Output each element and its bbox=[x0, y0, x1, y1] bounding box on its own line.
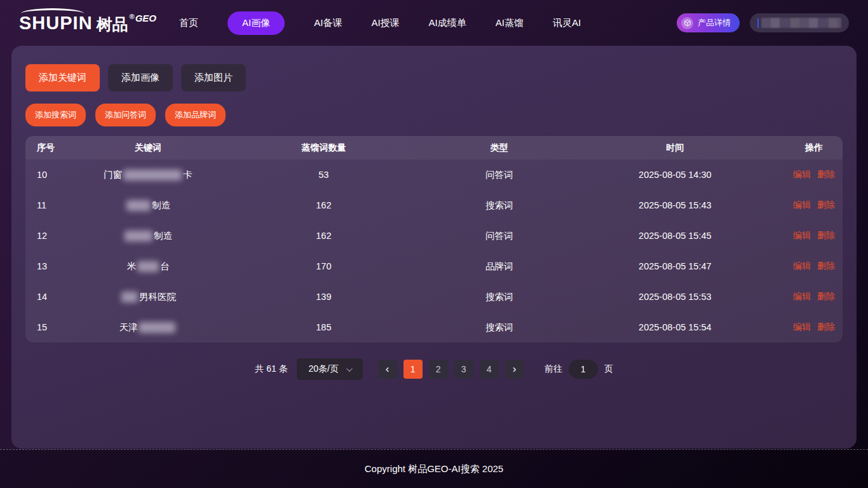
logo-text-en: SHUPIN bbox=[19, 14, 93, 32]
logo-geo-label: GEO bbox=[135, 13, 156, 24]
add-word-button-2[interactable]: 添加问答词 bbox=[95, 104, 156, 126]
product-detail-label: 产品详情 bbox=[698, 17, 731, 29]
row-time: 2025-08-05 15:43 bbox=[565, 200, 785, 210]
copyright-text: Copyright 树品GEO-AI搜索 2025 bbox=[365, 463, 503, 475]
row-index: 15 bbox=[25, 322, 83, 332]
nav-item-7[interactable]: 讯灵AI bbox=[553, 17, 581, 29]
pagination-bar: 共 61 条 20条/页 ‹ 1234 › 前往 页 bbox=[25, 358, 843, 380]
row-type: 搜索词 bbox=[434, 200, 565, 212]
keywords-table: 序号关键词蒸馏词数量类型时间操作 10门窗卡53问答词2025-08-05 14… bbox=[25, 136, 843, 342]
table-header-row: 序号关键词蒸馏词数量类型时间操作 bbox=[25, 136, 843, 159]
row-type: 问答词 bbox=[434, 169, 565, 181]
nav-item-6[interactable]: AI蒸馏 bbox=[496, 17, 524, 29]
add-button-3[interactable]: 添加图片 bbox=[181, 64, 246, 92]
page-size-select[interactable]: 20条/页 bbox=[297, 358, 363, 380]
row-time: 2025-08-05 14:30 bbox=[565, 170, 785, 180]
nav-item-5[interactable]: AI成绩单 bbox=[429, 17, 466, 29]
row-index: 10 bbox=[25, 170, 83, 180]
row-type: 问答词 bbox=[434, 230, 565, 242]
add-word-button-1[interactable]: 添加搜索词 bbox=[25, 104, 86, 126]
content-panel: 添加关键词添加画像添加图片 添加搜索词添加问答词添加品牌词 序号关键词蒸馏词数量… bbox=[11, 46, 857, 449]
row-keyword: 天津 bbox=[83, 322, 214, 334]
delete-link[interactable]: 删除 bbox=[817, 322, 835, 332]
edit-link[interactable]: 编辑 bbox=[793, 322, 811, 332]
edit-link[interactable]: 编辑 bbox=[793, 230, 811, 240]
redacted-keyword-segment bbox=[137, 261, 159, 272]
goto-page-input[interactable] bbox=[569, 360, 598, 379]
keyword-text: 制造 bbox=[154, 231, 172, 241]
table-row: 13米台170品牌词2025-08-05 15:47编辑删除 bbox=[25, 251, 843, 281]
row-time: 2025-08-05 15:54 bbox=[565, 322, 785, 332]
edit-link[interactable]: 编辑 bbox=[793, 291, 811, 301]
keyword-text: 卡 bbox=[183, 170, 193, 180]
row-count: 162 bbox=[214, 200, 434, 210]
redacted-user-info bbox=[761, 18, 841, 28]
redacted-keyword-segment bbox=[125, 231, 153, 241]
total-count-label: 共 61 条 bbox=[255, 363, 287, 375]
page-button-4[interactable]: 4 bbox=[480, 360, 499, 379]
text-cursor bbox=[757, 18, 759, 28]
row-actions: 编辑删除 bbox=[785, 291, 843, 302]
row-actions: 编辑删除 bbox=[785, 200, 843, 211]
delete-link[interactable]: 删除 bbox=[817, 169, 835, 179]
product-detail-button[interactable]: 产品详情 bbox=[677, 13, 740, 32]
table-row: 10门窗卡53问答词2025-08-05 14:30编辑删除 bbox=[25, 159, 843, 190]
chevron-right-icon: › bbox=[513, 363, 517, 376]
add-button-2[interactable]: 添加画像 bbox=[108, 64, 173, 92]
delete-link[interactable]: 删除 bbox=[817, 200, 835, 210]
table-body: 10门窗卡53问答词2025-08-05 14:30编辑删除11制造162搜索词… bbox=[25, 159, 843, 342]
delete-link[interactable]: 删除 bbox=[817, 230, 835, 240]
row-count: 170 bbox=[214, 261, 434, 271]
next-page-button[interactable]: › bbox=[505, 360, 524, 379]
keyword-text: 米 bbox=[126, 261, 136, 271]
row-count: 185 bbox=[214, 322, 434, 332]
chevron-down-icon bbox=[346, 365, 353, 372]
table-row: 11制造162搜索词2025-08-05 15:43编辑删除 bbox=[25, 190, 843, 220]
row-actions: 编辑删除 bbox=[785, 230, 843, 241]
registered-mark: ® bbox=[130, 13, 135, 20]
nav-item-3[interactable]: AI备课 bbox=[314, 17, 342, 29]
row-time: 2025-08-05 15:47 bbox=[565, 261, 785, 271]
redacted-keyword-segment bbox=[123, 170, 182, 180]
nav-item-4[interactable]: AI授课 bbox=[371, 17, 399, 29]
col-header-1: 序号 bbox=[25, 142, 83, 154]
keyword-text: 天津 bbox=[119, 322, 137, 332]
redacted-keyword-segment bbox=[139, 322, 175, 333]
row-type: 品牌词 bbox=[434, 261, 565, 273]
keyword-text: 男科医院 bbox=[139, 292, 176, 302]
row-index: 13 bbox=[25, 261, 83, 271]
nav-item-2[interactable]: AI画像 bbox=[227, 11, 285, 35]
secondary-toolbar: 添加搜索词添加问答词添加品牌词 bbox=[25, 104, 843, 126]
page-button-2[interactable]: 2 bbox=[429, 360, 448, 379]
prev-page-button[interactable]: ‹ bbox=[378, 360, 397, 379]
keyword-text: 台 bbox=[160, 261, 170, 271]
row-keyword: 男科医院 bbox=[83, 291, 214, 303]
page-footer: Copyright 树品GEO-AI搜索 2025 bbox=[0, 449, 868, 488]
col-header-2: 关键词 bbox=[83, 142, 214, 154]
row-index: 11 bbox=[25, 200, 83, 210]
col-header-5: 时间 bbox=[565, 142, 785, 154]
goto-label: 前往 bbox=[545, 363, 562, 375]
page-button-1[interactable]: 1 bbox=[403, 360, 423, 379]
delete-link[interactable]: 删除 bbox=[817, 291, 835, 301]
edit-link[interactable]: 编辑 bbox=[793, 200, 811, 210]
edit-link[interactable]: 编辑 bbox=[793, 261, 811, 271]
row-count: 53 bbox=[214, 170, 434, 180]
user-account-pill[interactable] bbox=[750, 13, 849, 32]
keyword-text: 制造 bbox=[152, 200, 170, 210]
row-index: 12 bbox=[25, 231, 83, 241]
goto-suffix-label: 页 bbox=[604, 363, 613, 375]
page-button-3[interactable]: 3 bbox=[454, 360, 473, 379]
nav-item-1[interactable]: 首页 bbox=[179, 17, 198, 29]
row-keyword: 制造 bbox=[83, 230, 214, 242]
add-word-button-3[interactable]: 添加品牌词 bbox=[165, 104, 226, 126]
delete-link[interactable]: 删除 bbox=[817, 261, 835, 271]
add-button-1[interactable]: 添加关键词 bbox=[25, 64, 100, 92]
edit-link[interactable]: 编辑 bbox=[793, 169, 811, 179]
top-header: SHUPIN 树品 ® GEO 首页AI画像AI备课AI授课AI成绩单AI蒸馏讯… bbox=[0, 0, 868, 46]
row-actions: 编辑删除 bbox=[785, 261, 843, 272]
table-row: 15天津185搜索词2025-08-05 15:54编辑删除 bbox=[25, 312, 843, 342]
row-type: 搜索词 bbox=[434, 322, 565, 334]
brand-logo[interactable]: SHUPIN 树品 ® GEO bbox=[19, 14, 156, 32]
table-row: 14男科医院139搜索词2025-08-05 15:53编辑删除 bbox=[25, 281, 843, 312]
